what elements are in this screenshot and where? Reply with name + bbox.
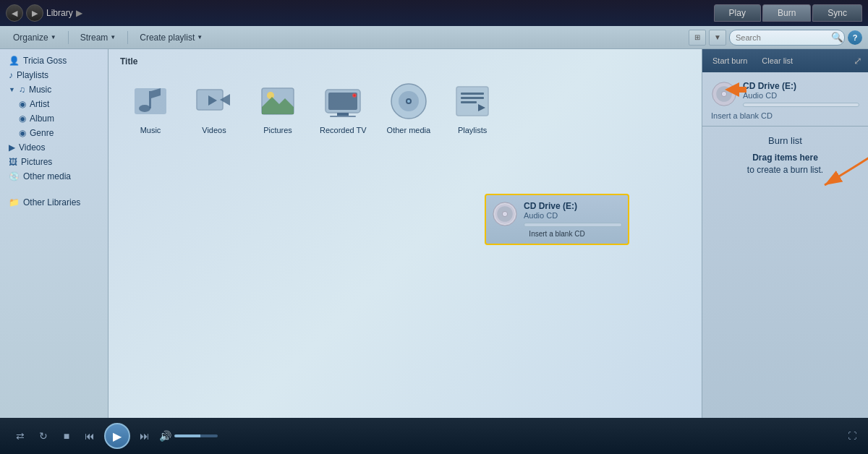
stream-arrow: ▼ <box>110 34 116 40</box>
organize-label: Organize <box>13 33 48 43</box>
drag-hint: Drag items here to create a burn list. <box>711 152 859 176</box>
other-media-icon-wrap <box>387 80 430 123</box>
organize-button[interactable]: Organize ▼ <box>6 30 64 45</box>
pictures-icon: 🖼 <box>9 157 17 167</box>
sidebar-label-playlists: Playlists <box>17 70 48 80</box>
svg-rect-11 <box>337 113 349 116</box>
sidebar: 👤 Tricia Goss ♪ Playlists ▼ ♫ Music ◉ Ar… <box>0 49 109 418</box>
right-panel: Start burn Clear list ⤢ CD Drive (E:) <box>702 49 868 418</box>
svg-point-26 <box>502 211 507 216</box>
organize-arrow: ▼ <box>51 34 56 40</box>
tv-svg-icon <box>321 80 365 123</box>
sidebar-item-artist[interactable]: ◉ Artist <box>0 97 108 111</box>
tab-play[interactable]: Play <box>714 4 761 22</box>
stream-label: Stream <box>80 33 109 43</box>
svg-rect-2 <box>149 91 151 108</box>
svg-rect-20 <box>461 93 484 95</box>
pictures-icon-wrap <box>256 80 299 123</box>
tab-sync[interactable]: Sync <box>812 4 862 22</box>
tooltip-install: Insert a blank CD <box>492 230 622 238</box>
music-label: Music <box>140 126 161 134</box>
videos-label: Videos <box>202 126 226 134</box>
view-toggle[interactable]: ⊞ <box>689 30 706 46</box>
stream-button[interactable]: Stream ▼ <box>73 30 124 45</box>
sidebar-label-tricia: Tricia Goss <box>23 56 67 66</box>
expand-player-button[interactable]: ⛶ <box>848 431 856 441</box>
play-button[interactable]: ▶ <box>104 423 130 449</box>
user-icon: 👤 <box>9 56 20 66</box>
sidebar-item-music[interactable]: ▼ ♫ Music <box>0 82 108 97</box>
shuffle-button[interactable]: ⇄ <box>12 427 29 445</box>
search-button[interactable]: 🔍 <box>829 30 845 46</box>
clear-list-label: Clear list <box>762 56 793 65</box>
main-layout: 👤 Tricia Goss ♪ Playlists ▼ ♫ Music ◉ Ar… <box>0 49 868 418</box>
panel-expand-button[interactable]: ⤢ <box>854 55 862 67</box>
music-icon-wrap <box>129 80 172 123</box>
burn-list-title: Burn list <box>711 135 859 146</box>
top-bar: ◀ ▶ Library ▶ Play Burn Sync <box>0 0 868 26</box>
media-item-pictures[interactable]: Pictures <box>253 77 302 137</box>
clear-list-button[interactable]: Clear list <box>757 55 797 67</box>
videos-svg-icon <box>192 80 236 123</box>
sidebar-label-other-media: Other media <box>23 171 71 181</box>
view-arrow[interactable]: ▼ <box>709 30 726 46</box>
next-button[interactable]: ⏭ <box>136 427 153 445</box>
media-item-recorded-tv[interactable]: Recorded TV <box>317 77 370 137</box>
stop-button[interactable]: ■ <box>58 427 75 445</box>
sidebar-item-album[interactable]: ◉ Album <box>0 111 108 126</box>
prev-button[interactable]: ⏮ <box>81 427 98 445</box>
cd-drive-label: CD Drive (E:) <box>743 81 859 91</box>
sidebar-item-other-libraries[interactable]: 📁 Other Libraries <box>0 195 108 210</box>
sidebar-item-pictures[interactable]: 🖼 Pictures <box>0 155 108 169</box>
media-item-videos[interactable]: Videos <box>190 77 239 137</box>
player-bar: ⇄ ↻ ■ ⏮ ▶ ⏭ 🔊 ⛶ <box>0 418 868 454</box>
sidebar-item-genre[interactable]: ◉ Genre <box>0 126 108 140</box>
pictures-svg-icon <box>256 80 299 123</box>
pictures-label: Pictures <box>263 126 292 134</box>
sidebar-item-other-media[interactable]: 💿 Other media <box>0 169 108 184</box>
tooltip-progress-bar <box>524 223 622 227</box>
right-panel-header: Start burn Clear list ⤢ <box>702 49 868 72</box>
expand-icon: ▼ <box>9 86 15 93</box>
help-button[interactable]: ? <box>848 30 862 45</box>
music-svg-icon <box>129 80 172 123</box>
media-item-other-media[interactable]: Other media <box>384 77 434 137</box>
create-playlist-arrow: ▼ <box>197 34 203 40</box>
back-button[interactable]: ◀ <box>6 4 23 22</box>
toolbar: Organize ▼ Stream ▼ Create playlist ▼ ⊞ … <box>0 26 868 49</box>
burn-list-area: Burn list Drag items here to create a bu… <box>702 127 868 185</box>
create-playlist-button[interactable]: Create playlist ▼ <box>132 30 210 45</box>
drag-hint-line2: to create a burn list. <box>747 165 823 175</box>
search-input[interactable] <box>729 30 845 46</box>
media-item-music[interactable]: Music <box>126 77 175 137</box>
album-icon: ◉ <box>19 113 26 124</box>
cd-drive-info: CD Drive (E:) Audio CD Insert a blank CD <box>702 72 868 127</box>
other-media-label: Other media <box>387 126 431 134</box>
other-media-icon: 💿 <box>9 171 20 181</box>
playlists-icon-wrap <box>451 80 494 123</box>
artist-icon: ◉ <box>19 99 26 109</box>
svg-marker-32 <box>725 82 746 97</box>
sidebar-item-playlists[interactable]: ♪ Playlists <box>0 68 108 82</box>
sidebar-label-videos: Videos <box>19 142 45 153</box>
breadcrumb-sep: ▶ <box>76 8 82 18</box>
breadcrumb: Library ▶ <box>46 8 82 18</box>
forward-button[interactable]: ▶ <box>26 4 43 22</box>
audio-cd-label: Audio CD <box>743 91 859 100</box>
repeat-button[interactable]: ↻ <box>35 427 52 445</box>
sidebar-item-tricia[interactable]: 👤 Tricia Goss <box>0 53 108 68</box>
media-item-playlists[interactable]: Playlists <box>448 77 497 137</box>
playlist-icon: ♪ <box>9 70 13 80</box>
title-header: Title <box>114 55 696 71</box>
volume-slider[interactable] <box>174 434 218 437</box>
music-icon: ♫ <box>19 85 25 95</box>
videos-icon-wrap <box>192 80 236 123</box>
breadcrumb-library[interactable]: Library <box>46 8 73 18</box>
divider1 <box>68 31 69 44</box>
sidebar-item-videos[interactable]: ▶ Videos <box>0 140 108 155</box>
genre-icon: ◉ <box>19 128 26 138</box>
start-burn-button[interactable]: Start burn <box>708 55 752 67</box>
recorded-tv-label: Recorded TV <box>320 126 367 134</box>
videos-icon: ▶ <box>9 142 15 153</box>
tab-burn[interactable]: Burn <box>762 4 811 22</box>
